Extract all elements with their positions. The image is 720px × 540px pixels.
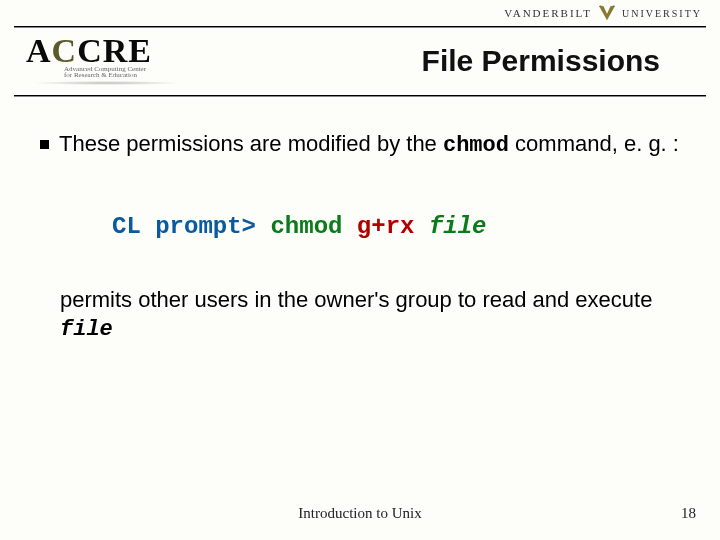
vanderbilt-v-icon bbox=[598, 4, 616, 22]
command-arg: g+rx bbox=[357, 213, 415, 240]
footer-title: Introduction to Unix bbox=[0, 505, 720, 522]
command-cmd: chmod bbox=[270, 213, 342, 240]
vanderbilt-logo: VANDERBILT UNIVERSITY bbox=[504, 4, 702, 22]
bullet-text-before: These permissions are modified by the bbox=[59, 131, 443, 156]
bullet-text-after: command, e. g. : bbox=[509, 131, 679, 156]
divider-top bbox=[14, 26, 706, 27]
accre-letters: ACCRE bbox=[26, 34, 182, 68]
page-number: 18 bbox=[681, 505, 696, 522]
bullet-code: chmod bbox=[443, 133, 509, 158]
bullet-square-icon bbox=[40, 140, 49, 149]
slide: VANDERBILT UNIVERSITY ACCRE Advanced Com… bbox=[0, 0, 720, 540]
command-line: CL prompt> chmod g+rx file bbox=[112, 213, 680, 240]
divider-bottom bbox=[14, 95, 706, 96]
command-prompt: CL prompt> bbox=[112, 213, 256, 240]
header: VANDERBILT UNIVERSITY ACCRE Advanced Com… bbox=[0, 0, 720, 100]
accre-logo: ACCRE Advanced Computing Center for Rese… bbox=[26, 34, 182, 85]
slide-title: File Permissions bbox=[422, 44, 660, 78]
accre-shadow bbox=[32, 81, 182, 85]
vanderbilt-text-left: VANDERBILT bbox=[504, 7, 592, 19]
vanderbilt-text-right: UNIVERSITY bbox=[622, 8, 702, 19]
explanation-file: file bbox=[60, 317, 113, 342]
slide-body: These permissions are modified by the ch… bbox=[40, 130, 680, 345]
top-bar: VANDERBILT UNIVERSITY bbox=[0, 0, 720, 26]
explanation-before: permits other users in the owner's group… bbox=[60, 287, 652, 312]
accre-subtitle-2: for Research & Education bbox=[64, 72, 182, 80]
bullet-text: These permissions are modified by the ch… bbox=[59, 130, 679, 161]
command-file: file bbox=[429, 213, 487, 240]
bullet-item: These permissions are modified by the ch… bbox=[40, 130, 680, 161]
explanation-text: permits other users in the owner's group… bbox=[60, 286, 680, 345]
